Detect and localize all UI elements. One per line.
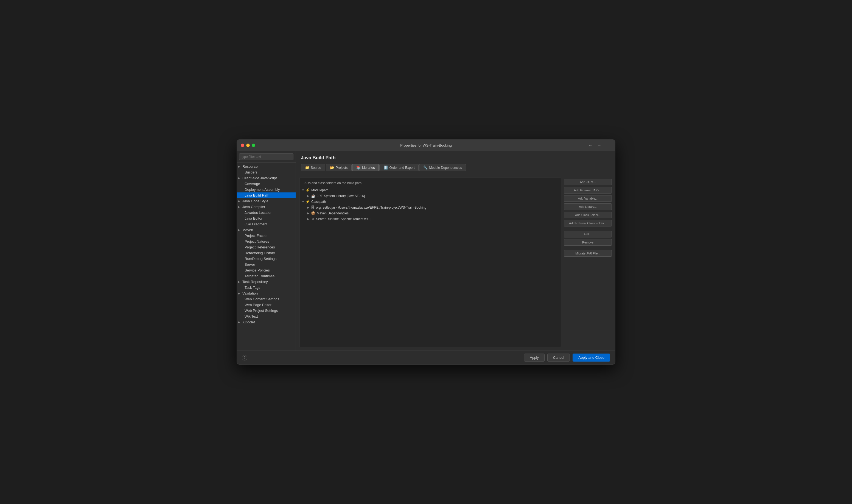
sidebar-item-task-tags[interactable]: Task Tags	[237, 285, 296, 290]
sidebar-item-label: Task Repository	[242, 280, 268, 284]
sidebar-item-maven[interactable]: ▶Maven	[237, 227, 296, 233]
sidebar-item-deployment-assembly[interactable]: Deployment Assembly	[237, 187, 296, 193]
sidebar-item-label: Targeted Runtimes	[244, 274, 274, 278]
tab-module-dependencies[interactable]: 🔧Module Dependencies	[419, 164, 466, 171]
right-btn-add-jars---[interactable]: Add JARs...	[564, 179, 612, 185]
right-buttons-panel: Add JARs...Add External JARs...Add Varia…	[564, 178, 612, 347]
tab-libraries[interactable]: 📚Libraries	[352, 164, 379, 171]
sidebar-item-label: Project References	[244, 245, 275, 249]
tree-node[interactable]: ▶📦Maven Dependencies	[300, 210, 561, 216]
main-body: JARs and class folders on the build path…	[296, 174, 615, 350]
sidebar-item-web-content-settings[interactable]: Web Content Settings	[237, 296, 296, 302]
tree-container: ▼⚡Modulepath▶☕JRE System Library [JavaSE…	[300, 187, 561, 222]
tree-node-icon: ⚡	[306, 200, 310, 204]
tree-node-label: Classpath	[311, 200, 559, 204]
sidebar: ▶ResourceBuilders▶Client-side JavaScript…	[237, 151, 296, 350]
right-btn-migrate-jar-file---[interactable]: Migrate JAR File...	[564, 250, 612, 257]
tree-node-icon: ⚡	[306, 188, 310, 192]
sidebar-item-java-editor[interactable]: Java Editor	[237, 215, 296, 221]
apply-button[interactable]: Apply	[524, 354, 545, 362]
sidebar-item-web-page-editor[interactable]: Web Page Editor	[237, 302, 296, 308]
tree-expand-icon[interactable]: ▶	[307, 206, 311, 209]
sidebar-item-web-project-settings[interactable]: Web Project Settings	[237, 308, 296, 313]
close-button[interactable]	[241, 144, 244, 147]
right-btn-remove[interactable]: Remove	[564, 239, 612, 246]
sidebar-item-label: Resource	[242, 164, 258, 168]
sidebar-item-resource[interactable]: ▶Resource	[237, 164, 296, 169]
tabs: 📁Source📂Projects📚Libraries⬆️Order and Ex…	[301, 164, 610, 171]
sidebar-item-server[interactable]: Server	[237, 262, 296, 267]
tree-node[interactable]: ▼⚡Modulepath	[300, 187, 561, 193]
tab-icon: 🔧	[423, 165, 428, 170]
tree-node[interactable]: ▶☕JRE System Library [JavaSE-16]	[300, 193, 561, 199]
sidebar-item-java-compiler[interactable]: ▶Java Compiler	[237, 204, 296, 210]
tab-projects[interactable]: 📂Projects	[326, 164, 351, 171]
forward-button[interactable]: →	[596, 142, 602, 148]
panel-label: JARs and class folders on the build path…	[300, 180, 561, 187]
tree-node-label: JRE System Library [JavaSE-16]	[317, 194, 559, 198]
sidebar-item-run-debug-settings[interactable]: Run/Debug Settings	[237, 256, 296, 262]
sidebar-item-coverage[interactable]: Coverage	[237, 181, 296, 187]
tree-expand-icon[interactable]: ▶	[307, 212, 311, 215]
sidebar-item-javadoc-location[interactable]: Javadoc Location	[237, 210, 296, 215]
cancel-button[interactable]: Cancel	[547, 354, 570, 362]
tree-expand-icon[interactable]: ▶	[307, 194, 311, 197]
window-body: ▶ResourceBuilders▶Client-side JavaScript…	[237, 151, 615, 350]
right-btn-add-external-class-folder---[interactable]: Add External Class Folder...	[564, 220, 612, 227]
sidebar-item-project-natures[interactable]: Project Natures	[237, 238, 296, 244]
sidebar-item-wikitext[interactable]: WikiText	[237, 313, 296, 319]
sidebar-item-builders[interactable]: Builders	[237, 169, 296, 175]
sidebar-item-label: Java Compiler	[242, 205, 265, 209]
sidebar-item-jsp-fragment[interactable]: JSP Fragment	[237, 221, 296, 227]
tab-source[interactable]: 📁Source	[301, 164, 325, 171]
menu-button[interactable]: ⋮	[605, 142, 611, 148]
tree-node[interactable]: ▶🗄org.restlet.jar - /Users/thomaslacaze/…	[300, 204, 561, 210]
sidebar-item-project-references[interactable]: Project References	[237, 244, 296, 250]
expand-arrow-icon: ▶	[238, 228, 241, 231]
sidebar-item-java-code-style[interactable]: ▶Java Code Style	[237, 198, 296, 204]
right-btn-add-external-jars---[interactable]: Add External JARs...	[564, 187, 612, 194]
maximize-button[interactable]	[252, 144, 255, 147]
sidebar-item-label: WikiText	[244, 314, 258, 319]
sidebar-item-service-policies[interactable]: Service Policies	[237, 267, 296, 273]
sidebar-item-label: Builders	[244, 170, 257, 174]
tree-node[interactable]: ▶🖥Server Runtime [Apache Tomcat v9.0]	[300, 216, 561, 222]
sidebar-item-task-repository[interactable]: ▶Task Repository	[237, 279, 296, 285]
sidebar-item-xdoclet[interactable]: ▶XDoclet	[237, 319, 296, 325]
right-btn-edit---[interactable]: Edit...	[564, 231, 612, 237]
tree-expand-icon[interactable]: ▶	[307, 217, 311, 220]
tree-node[interactable]: ▼⚡Classpath	[300, 199, 561, 204]
sidebar-list: ▶ResourceBuilders▶Client-side JavaScript…	[237, 163, 296, 350]
tab-order-and-export[interactable]: ⬆️Order and Export	[379, 164, 419, 171]
expand-arrow-icon: ▶	[238, 280, 241, 283]
tab-label: Libraries	[362, 166, 375, 170]
sidebar-item-project-facets[interactable]: Project Facets	[237, 233, 296, 238]
sidebar-item-label: Maven	[242, 228, 253, 232]
help-button[interactable]: ?	[242, 355, 247, 360]
sidebar-item-label: Validation	[242, 291, 258, 295]
back-button[interactable]: ←	[587, 142, 594, 148]
properties-window: Properties for WS-Train-Booking ← → ⋮ ▶R…	[237, 140, 615, 364]
titlebar-actions: ← → ⋮	[587, 142, 611, 148]
sidebar-item-label: XDoclet	[242, 320, 255, 324]
right-btn-add-variable---[interactable]: Add Variable...	[564, 195, 612, 202]
sidebar-item-refactoring-history[interactable]: Refactoring History	[237, 250, 296, 256]
sidebar-item-label: Deployment Assembly	[244, 187, 280, 192]
tree-expand-icon[interactable]: ▼	[302, 200, 306, 203]
sidebar-item-client-side-javascript[interactable]: ▶Client-side JavaScript	[237, 175, 296, 181]
filter-input[interactable]	[239, 154, 293, 160]
tree-node-label: org.restlet.jar - /Users/thomaslacaze/EF…	[316, 205, 559, 210]
tree-expand-icon[interactable]: ▼	[302, 188, 306, 192]
right-btn-add-library---[interactable]: Add Library...	[564, 203, 612, 210]
sidebar-item-java-build-path[interactable]: Java Build Path	[237, 193, 296, 198]
right-btn-add-class-folder---[interactable]: Add Class Folder...	[564, 212, 612, 218]
sidebar-item-validation[interactable]: ▶Validation	[237, 290, 296, 296]
tree-node-icon: ☕	[311, 194, 315, 198]
sidebar-item-targeted-runtimes[interactable]: Targeted Runtimes	[237, 273, 296, 279]
sidebar-item-label: Web Content Settings	[244, 297, 279, 301]
minimize-button[interactable]	[246, 144, 250, 147]
tree-node-icon: 🖥	[311, 217, 314, 221]
sidebar-item-label: Client-side JavaScript	[242, 176, 277, 180]
sidebar-item-label: Refactoring History	[244, 251, 275, 255]
apply-close-button[interactable]: Apply and Close	[573, 354, 610, 362]
